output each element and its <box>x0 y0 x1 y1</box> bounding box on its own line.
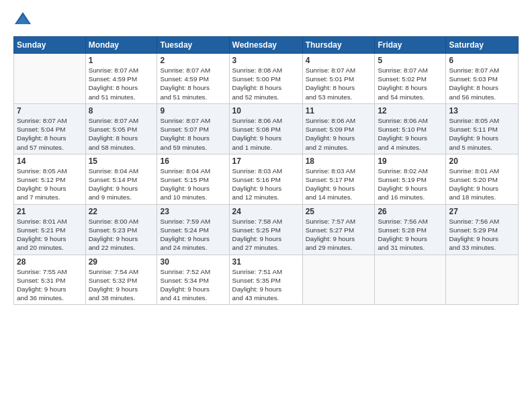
calendar-cell: 5Sunrise: 8:07 AMSunset: 5:02 PMDaylight… <box>375 54 446 104</box>
day-info: Sunrise: 7:55 AMSunset: 5:31 PMDaylight:… <box>17 267 83 303</box>
day-number: 9 <box>160 106 226 116</box>
calendar-cell: 9Sunrise: 8:07 AMSunset: 5:07 PMDaylight… <box>157 103 229 154</box>
calendar-week-row: 7Sunrise: 8:07 AMSunset: 5:04 PMDaylight… <box>14 103 519 154</box>
day-info: Sunrise: 8:00 AMSunset: 5:23 PMDaylight:… <box>89 217 154 253</box>
day-number: 22 <box>89 207 154 216</box>
calendar-cell: 7Sunrise: 8:07 AMSunset: 5:04 PMDaylight… <box>14 103 86 154</box>
day-info: Sunrise: 8:07 AMSunset: 5:05 PMDaylight:… <box>89 116 154 152</box>
day-info: Sunrise: 8:01 AMSunset: 5:20 PMDaylight:… <box>449 167 515 202</box>
day-info: Sunrise: 8:07 AMSunset: 5:03 PMDaylight:… <box>449 66 515 101</box>
page: SundayMondayTuesdayWednesdayThursdayFrid… <box>0 0 532 411</box>
calendar-table: SundayMondayTuesdayWednesdayThursdayFrid… <box>13 36 519 305</box>
calendar-cell: 19Sunrise: 8:02 AMSunset: 5:19 PMDayligh… <box>375 154 446 204</box>
calendar-week-row: 1Sunrise: 8:07 AMSunset: 4:59 PMDaylight… <box>14 54 519 104</box>
day-number: 15 <box>89 156 154 166</box>
day-info: Sunrise: 7:57 AMSunset: 5:27 PMDaylight:… <box>306 217 372 253</box>
day-number: 29 <box>89 257 154 267</box>
day-number: 3 <box>232 56 300 65</box>
calendar-cell: 6Sunrise: 8:07 AMSunset: 5:03 PMDaylight… <box>446 54 519 104</box>
day-header-sunday: Sunday <box>14 37 86 54</box>
day-info: Sunrise: 8:05 AMSunset: 5:11 PMDaylight:… <box>449 116 515 152</box>
day-header-saturday: Saturday <box>446 37 519 54</box>
day-info: Sunrise: 7:59 AMSunset: 5:24 PMDaylight:… <box>160 217 226 253</box>
day-info: Sunrise: 7:51 AMSunset: 5:35 PMDaylight:… <box>232 267 300 303</box>
day-info: Sunrise: 8:08 AMSunset: 5:00 PMDaylight:… <box>232 66 300 101</box>
day-number: 2 <box>160 56 226 65</box>
calendar-week-row: 28Sunrise: 7:55 AMSunset: 5:31 PMDayligh… <box>14 255 519 305</box>
calendar-cell: 17Sunrise: 8:03 AMSunset: 5:16 PMDayligh… <box>229 154 302 204</box>
day-info: Sunrise: 8:06 AMSunset: 5:09 PMDaylight:… <box>306 116 372 152</box>
calendar-cell: 21Sunrise: 8:01 AMSunset: 5:21 PMDayligh… <box>14 204 86 255</box>
calendar-cell: 20Sunrise: 8:01 AMSunset: 5:20 PMDayligh… <box>446 154 519 204</box>
calendar-cell: 23Sunrise: 7:59 AMSunset: 5:24 PMDayligh… <box>157 204 229 255</box>
day-header-monday: Monday <box>85 37 157 54</box>
day-number: 30 <box>160 257 226 267</box>
day-info: Sunrise: 8:07 AMSunset: 4:59 PMDaylight:… <box>89 66 154 101</box>
day-info: Sunrise: 8:05 AMSunset: 5:12 PMDaylight:… <box>17 167 83 202</box>
calendar-cell: 26Sunrise: 7:56 AMSunset: 5:28 PMDayligh… <box>375 204 446 255</box>
day-number: 4 <box>306 56 372 65</box>
day-number: 19 <box>378 156 443 166</box>
day-number: 17 <box>232 156 300 166</box>
day-header-thursday: Thursday <box>302 37 375 54</box>
day-number: 11 <box>306 106 372 116</box>
day-number: 20 <box>449 156 515 166</box>
day-number: 27 <box>449 207 515 216</box>
day-number: 21 <box>17 207 83 216</box>
logo-icon <box>13 11 32 30</box>
day-number: 28 <box>17 257 83 267</box>
calendar-cell: 1Sunrise: 8:07 AMSunset: 4:59 PMDaylight… <box>85 54 157 104</box>
calendar-week-row: 14Sunrise: 8:05 AMSunset: 5:12 PMDayligh… <box>14 154 519 204</box>
calendar-cell: 28Sunrise: 7:55 AMSunset: 5:31 PMDayligh… <box>14 255 86 305</box>
logo <box>13 11 35 30</box>
day-info: Sunrise: 8:07 AMSunset: 5:01 PMDaylight:… <box>306 66 372 101</box>
calendar-cell: 18Sunrise: 8:03 AMSunset: 5:17 PMDayligh… <box>302 154 375 204</box>
day-info: Sunrise: 7:56 AMSunset: 5:29 PMDaylight:… <box>449 217 515 253</box>
day-number: 1 <box>89 56 154 65</box>
day-number: 18 <box>306 156 372 166</box>
calendar-cell: 10Sunrise: 8:06 AMSunset: 5:08 PMDayligh… <box>229 103 302 154</box>
day-info: Sunrise: 8:01 AMSunset: 5:21 PMDaylight:… <box>17 217 83 253</box>
calendar-cell: 27Sunrise: 7:56 AMSunset: 5:29 PMDayligh… <box>446 204 519 255</box>
day-number: 26 <box>378 207 443 216</box>
day-number: 10 <box>232 106 300 116</box>
day-info: Sunrise: 7:58 AMSunset: 5:25 PMDaylight:… <box>232 217 300 253</box>
calendar-cell: 24Sunrise: 7:58 AMSunset: 5:25 PMDayligh… <box>229 204 302 255</box>
calendar-header-row: SundayMondayTuesdayWednesdayThursdayFrid… <box>14 37 519 54</box>
day-number: 31 <box>232 257 300 267</box>
day-info: Sunrise: 8:03 AMSunset: 5:17 PMDaylight:… <box>306 167 372 202</box>
day-info: Sunrise: 8:07 AMSunset: 5:02 PMDaylight:… <box>378 66 443 101</box>
day-number: 16 <box>160 156 226 166</box>
day-info: Sunrise: 8:07 AMSunset: 4:59 PMDaylight:… <box>160 66 226 101</box>
day-header-friday: Friday <box>375 37 446 54</box>
day-number: 7 <box>17 106 83 116</box>
calendar-cell <box>302 255 375 305</box>
calendar-cell: 31Sunrise: 7:51 AMSunset: 5:35 PMDayligh… <box>229 255 302 305</box>
calendar-cell: 3Sunrise: 8:08 AMSunset: 5:00 PMDaylight… <box>229 54 302 104</box>
header <box>13 11 519 30</box>
calendar-cell: 2Sunrise: 8:07 AMSunset: 4:59 PMDaylight… <box>157 54 229 104</box>
day-number: 6 <box>449 56 515 65</box>
day-header-wednesday: Wednesday <box>229 37 302 54</box>
calendar-cell <box>14 54 86 104</box>
day-info: Sunrise: 7:56 AMSunset: 5:28 PMDaylight:… <box>378 217 443 253</box>
day-number: 25 <box>306 207 372 216</box>
day-number: 24 <box>232 207 300 216</box>
day-info: Sunrise: 8:07 AMSunset: 5:04 PMDaylight:… <box>17 116 83 152</box>
calendar-cell <box>446 255 519 305</box>
calendar-cell <box>375 255 446 305</box>
day-number: 13 <box>449 106 515 116</box>
calendar-cell: 11Sunrise: 8:06 AMSunset: 5:09 PMDayligh… <box>302 103 375 154</box>
calendar-cell: 13Sunrise: 8:05 AMSunset: 5:11 PMDayligh… <box>446 103 519 154</box>
calendar-cell: 30Sunrise: 7:52 AMSunset: 5:34 PMDayligh… <box>157 255 229 305</box>
calendar-cell: 15Sunrise: 8:04 AMSunset: 5:14 PMDayligh… <box>85 154 157 204</box>
day-number: 5 <box>378 56 443 65</box>
day-info: Sunrise: 8:07 AMSunset: 5:07 PMDaylight:… <box>160 116 226 152</box>
calendar-cell: 22Sunrise: 8:00 AMSunset: 5:23 PMDayligh… <box>85 204 157 255</box>
day-info: Sunrise: 8:04 AMSunset: 5:15 PMDaylight:… <box>160 167 226 202</box>
day-number: 12 <box>378 106 443 116</box>
day-info: Sunrise: 8:04 AMSunset: 5:14 PMDaylight:… <box>89 167 154 202</box>
calendar-cell: 8Sunrise: 8:07 AMSunset: 5:05 PMDaylight… <box>85 103 157 154</box>
calendar-cell: 16Sunrise: 8:04 AMSunset: 5:15 PMDayligh… <box>157 154 229 204</box>
day-number: 8 <box>89 106 154 116</box>
